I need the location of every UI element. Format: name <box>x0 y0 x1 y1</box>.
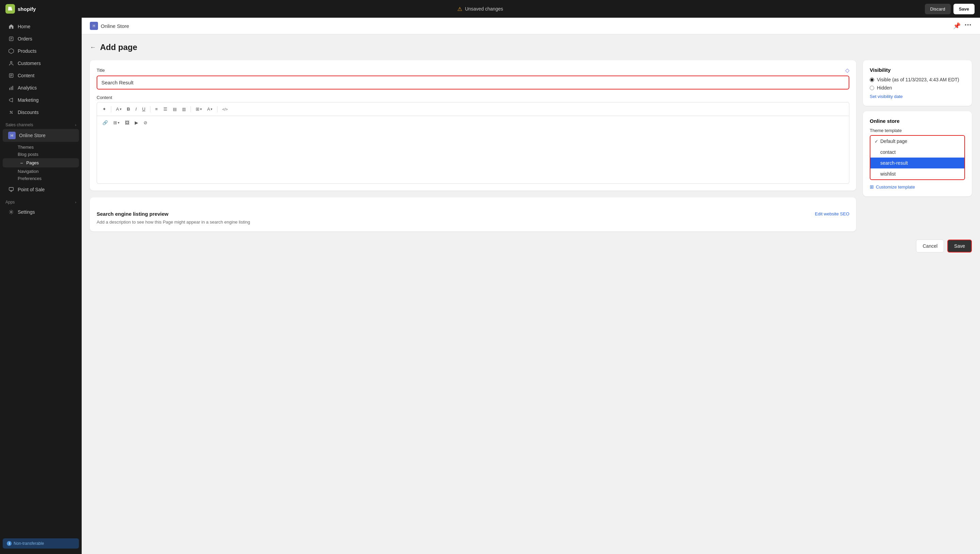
discard-button[interactable]: Discard <box>925 4 951 14</box>
svg-point-12 <box>10 111 11 112</box>
ai-assist-icon[interactable]: ◇ <box>845 67 850 73</box>
page-header-bar-right: 📌 ••• <box>953 22 972 30</box>
cancel-button[interactable]: Cancel <box>916 240 944 253</box>
toolbar-sep-4 <box>217 106 218 112</box>
unsaved-changes-indicator: ⚠ Unsaved changes <box>457 6 503 12</box>
bottom-actions: Cancel Save <box>90 240 972 261</box>
apps-label: Apps › <box>0 196 82 206</box>
topbar-actions: Discard Save <box>925 4 975 14</box>
dropdown-option-search-result[interactable]: ✓ search-result <box>870 158 964 169</box>
page-title-row: ← Add page <box>90 43 972 52</box>
online-store-panel-title: Online store <box>870 118 965 124</box>
customers-icon <box>8 60 14 66</box>
editor-body[interactable] <box>97 129 850 184</box>
toolbar-magic-btn[interactable]: ✦ <box>100 105 108 113</box>
toolbar-remove-btn[interactable]: ⊘ <box>142 119 150 127</box>
toolbar-align-center-btn[interactable]: ▤ <box>171 105 179 113</box>
toolbar-align-right-btn[interactable]: ▥ <box>180 105 188 113</box>
sidebar-item-home[interactable]: Home <box>3 21 79 32</box>
pos-icon <box>8 186 14 193</box>
visible-radio[interactable] <box>870 78 874 82</box>
sidebar-item-marketing[interactable]: Marketing <box>3 94 79 106</box>
toolbar-table-btn[interactable]: ⊞ ▾ <box>111 119 121 127</box>
visibility-card: Visibility Visible (as of 11/3/2023, 4:4… <box>863 60 972 106</box>
brand-name: shopify <box>18 6 36 12</box>
toolbar-video-btn[interactable]: ▶ <box>133 119 140 127</box>
sidebar-sub-blog-posts[interactable]: Blog posts <box>0 151 82 158</box>
toolbar-font-btn[interactable]: A ▾ <box>114 105 124 113</box>
toolbar-code-btn[interactable]: </> <box>220 106 230 113</box>
toolbar-align-left-btn[interactable]: ☰ <box>161 105 169 113</box>
dropdown-option-contact[interactable]: ✓ contact <box>870 146 964 158</box>
edit-seo-link[interactable]: Edit website SEO <box>815 211 850 217</box>
apps-chevron: › <box>75 201 76 204</box>
toolbar-align-btn[interactable]: ⊞ ▾ <box>194 105 204 113</box>
sidebar: Home Orders Products Customers Content <box>0 18 82 554</box>
page-content: ← Add page Title ◇ Content <box>82 34 980 269</box>
svg-point-13 <box>11 113 13 114</box>
hidden-radio-item[interactable]: Hidden <box>870 85 965 91</box>
shopify-logo: shopify <box>5 4 36 14</box>
toolbar-underline-btn[interactable]: U <box>140 105 147 113</box>
orders-icon <box>8 36 14 42</box>
sidebar-item-customers[interactable]: Customers <box>3 57 79 69</box>
unsaved-changes-text: Unsaved changes <box>465 6 503 11</box>
sidebar-sub-pages[interactable]: Pages <box>3 158 79 167</box>
sidebar-item-pos[interactable]: Point of Sale <box>3 184 79 195</box>
marketing-icon <box>8 97 14 103</box>
dropdown-option-default[interactable]: ✓ Default page <box>870 136 964 146</box>
sidebar-sub-navigation[interactable]: Navigation <box>0 168 82 175</box>
sidebar-item-orders[interactable]: Orders <box>3 33 79 45</box>
title-input[interactable] <box>97 76 850 89</box>
discounts-icon <box>8 109 14 115</box>
svg-rect-11 <box>12 86 13 90</box>
main-layout: Home Orders Products Customers Content <box>0 0 980 554</box>
page-header-bar: H Online Store 📌 ••• <box>82 18 980 34</box>
sidebar-sub-preferences[interactable]: Preferences <box>0 175 82 182</box>
customize-icon: ⊞ <box>870 184 874 189</box>
page-header-bar-title: Online Store <box>101 23 129 29</box>
sidebar-item-content[interactable]: Content <box>3 70 79 81</box>
toolbar-bold-btn[interactable]: B <box>125 105 132 113</box>
non-transferable-badge: ℹ Non-transferable <box>3 538 79 549</box>
visibility-radio-group: Visible (as of 11/3/2023, 4:43 AM EDT) H… <box>870 77 965 91</box>
svg-point-4 <box>11 61 12 63</box>
toolbar-sep-2 <box>150 106 150 112</box>
svg-rect-10 <box>11 87 11 90</box>
warning-icon: ⚠ <box>457 6 462 12</box>
customize-template-link[interactable]: ⊞ Customize template <box>870 184 965 189</box>
save-top-button[interactable]: Save <box>953 4 975 14</box>
toolbar-italic-btn[interactable]: I <box>134 105 139 113</box>
online-store-panel-card: Online store Theme template ✓ Default pa… <box>863 111 972 196</box>
toolbar-image-btn[interactable]: 🖼 <box>123 119 131 127</box>
toolbar-link-btn[interactable]: 🔗 <box>100 119 110 127</box>
page-title: Add page <box>100 43 137 52</box>
toolbar-color-btn[interactable]: A ▾ <box>205 105 215 113</box>
more-options-icon[interactable]: ••• <box>965 22 972 30</box>
title-field-label: Title ◇ <box>97 67 850 73</box>
right-column: Visibility Visible (as of 11/3/2023, 4:4… <box>863 60 972 231</box>
sidebar-item-settings[interactable]: Settings <box>3 206 79 218</box>
sidebar-sub-themes[interactable]: Themes <box>0 143 82 151</box>
seo-card: Search engine listing preview Edit websi… <box>90 197 856 231</box>
topbar-left: shopify <box>5 4 36 14</box>
sidebar-item-discounts[interactable]: Discounts <box>3 107 79 118</box>
toolbar-ul-btn[interactable]: ≡ <box>153 105 160 113</box>
page-header-bar-left: H Online Store <box>90 22 129 30</box>
set-visibility-link[interactable]: Set visibility date <box>870 94 965 99</box>
dropdown-option-wishlist[interactable]: ✓ wishlist <box>870 169 964 179</box>
settings-icon <box>8 209 14 215</box>
sidebar-item-online-store[interactable]: H Online Store <box>3 129 79 142</box>
title-content-card: Title ◇ Content ✦ A ▾ B I U <box>90 60 856 191</box>
back-button[interactable]: ← <box>90 44 96 51</box>
visible-radio-item[interactable]: Visible (as of 11/3/2023, 4:43 AM EDT) <box>870 77 965 82</box>
save-bottom-button[interactable]: Save <box>947 240 972 253</box>
sidebar-item-analytics[interactable]: Analytics <box>3 82 79 94</box>
theme-template-dropdown: ✓ Default page ✓ contact ✓ search-result <box>870 135 965 180</box>
sidebar-item-products[interactable]: Products <box>3 45 79 57</box>
pin-icon[interactable]: 📌 <box>953 22 961 30</box>
svg-rect-16 <box>10 191 12 192</box>
editor-toolbar-2: 🔗 ⊞ ▾ 🖼 ▶ ⊘ <box>97 116 850 129</box>
content-grid: Title ◇ Content ✦ A ▾ B I U <box>90 60 972 231</box>
hidden-radio[interactable] <box>870 86 874 90</box>
